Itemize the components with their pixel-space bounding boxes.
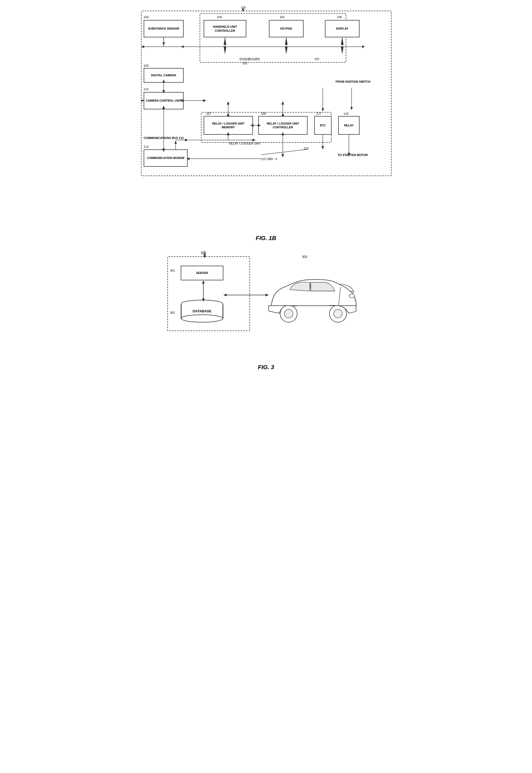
fig3-label: FIG. 3	[138, 364, 394, 371]
ref-303: 303	[302, 255, 307, 259]
svg-marker-70	[223, 294, 227, 296]
substance-sensor-box: SUBSTANCE SENSOR	[144, 20, 184, 37]
fig3-diagram: 300 SERVER 301 DATABASE 302 303	[159, 250, 373, 362]
ref-102: 102	[314, 57, 319, 60]
camera-control-box: CAMERA CONTROL UNIT	[144, 92, 184, 109]
ref-116: 116	[344, 112, 348, 115]
svg-text:DATABASE: DATABASE	[193, 309, 212, 313]
comm-bus-label: COMMUNICATIONS BUS 112	[144, 136, 184, 140]
svg-marker-71	[265, 294, 269, 296]
ref-109: 109	[144, 64, 148, 67]
svg-marker-76	[203, 256, 206, 258]
database-svg: DATABASE	[181, 300, 223, 324]
from-ignition-label: FROM IGNITION SWITCH	[336, 80, 370, 83]
ref-107: 107	[206, 112, 211, 115]
ref-113: 113	[144, 87, 148, 91]
comm-modem-box: COMMUNICATION MODEM	[144, 149, 188, 167]
fig3-vertical-arrow	[201, 280, 206, 302]
relay-logger-memory-box: RELAY / LOGGER UNIT MEMORY	[204, 116, 253, 135]
to-starter-label: TO STARTER MOTOR	[338, 153, 368, 156]
relay-logger-controller-box: RELAY / LOGGER UNIT CONTROLLER	[258, 116, 308, 135]
keypad-box: KEYPAD	[269, 20, 304, 37]
car-svg	[263, 264, 362, 326]
dashboard-label: DASHBOARD	[240, 57, 260, 61]
fig1b-label: FIG. 1B	[138, 235, 394, 242]
fig1b-diagram: 100 DASHBOARD 101 RELAY / LOGGER UNIT 10…	[138, 5, 394, 224]
digital-camera-box: DIGITAL CAMERA	[144, 68, 184, 83]
svg-point-67	[349, 294, 354, 298]
server-box: SERVER	[181, 266, 223, 280]
dashboard-101: 101	[242, 61, 248, 65]
ref-302: 302	[170, 311, 175, 314]
ref-108: 108	[261, 112, 266, 115]
svg-marker-73	[202, 280, 205, 284]
ref-114: 114	[144, 145, 148, 148]
ref-105: 105	[280, 15, 284, 19]
ref-110: 110	[304, 147, 308, 150]
relay-box: RELAY	[338, 116, 360, 135]
relay-logger-unit-label: RELAY / LOGGER UNIT	[229, 142, 261, 145]
fig3-arrow	[223, 291, 271, 299]
handheld-unit-box: HANDHELD UNIT CONTROLLER	[204, 20, 246, 37]
rtc-box: RTC	[314, 116, 332, 135]
svg-point-64	[334, 309, 342, 318]
ref-115: 115 OBD - II	[261, 157, 277, 160]
ref-103: 103	[144, 15, 148, 19]
fig3-300-arrow	[202, 251, 207, 258]
ref-117: 117	[316, 112, 321, 115]
svg-marker-74	[202, 299, 205, 302]
svg-point-59	[181, 315, 223, 322]
display-box: DISPLAY	[325, 20, 360, 37]
ref-100: 100	[241, 6, 246, 9]
ref-301: 301	[170, 269, 175, 272]
svg-point-62	[284, 309, 293, 318]
ref-104: 104	[217, 15, 222, 19]
ref-106: 106	[337, 15, 342, 19]
